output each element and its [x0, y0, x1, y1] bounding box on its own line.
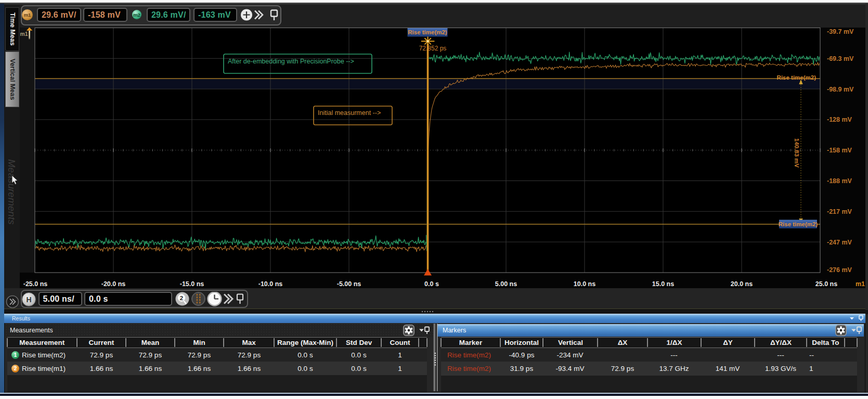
svg-text:-10.0 ns: -10.0 ns — [258, 280, 283, 288]
svg-text:-98.9 mV: -98.9 mV — [827, 86, 854, 93]
svg-text:Rise time(m2): Rise time(m2) — [408, 29, 447, 35]
svg-text:15.0 ns: 15.0 ns — [652, 280, 674, 288]
svg-text:-217 mV: -217 mV — [827, 208, 852, 215]
svg-text:m1: m1 — [20, 31, 28, 37]
svg-text:72.852 ps: 72.852 ps — [419, 45, 447, 52]
svg-text:Rise time(m2): Rise time(m2) — [779, 221, 818, 227]
svg-text:-247 mV: -247 mV — [827, 239, 852, 246]
svg-text:5.00 ns: 5.00 ns — [495, 280, 517, 288]
svg-text:Rise time(m2): Rise time(m2) — [777, 74, 817, 81]
svg-text:-5.00 ns: -5.00 ns — [337, 280, 361, 288]
svg-text:-276 mV: -276 mV — [827, 266, 852, 274]
svg-text:-128 mV: -128 mV — [827, 116, 852, 123]
svg-text:-69.3 mV: -69.3 mV — [827, 55, 854, 62]
svg-text:-25.0 ns: -25.0 ns — [23, 280, 48, 288]
svg-text:m1: m1 — [856, 280, 865, 288]
svg-text:10.0 ns: 10.0 ns — [574, 280, 595, 288]
svg-text:25.0 ns: 25.0 ns — [815, 280, 837, 288]
svg-text:0.0 s: 0.0 s — [424, 280, 439, 288]
svg-text:2: 2 — [180, 295, 183, 301]
svg-text:-158 mV: -158 mV — [827, 147, 852, 154]
svg-text:Initial measurment -->: Initial measurment --> — [318, 109, 381, 117]
svg-text:-20.0 ns: -20.0 ns — [101, 280, 126, 288]
svg-text:140.83 mV: 140.83 mV — [794, 138, 800, 168]
svg-text:-188 mV: -188 mV — [827, 177, 852, 185]
svg-text:-39.7 mV: -39.7 mV — [827, 28, 854, 35]
svg-text:-15.0 ns: -15.0 ns — [180, 280, 204, 288]
svg-text:20.0 ns: 20.0 ns — [731, 280, 753, 288]
svg-text:After de-embedding with Precis: After de-embedding with PrecisionProbe -… — [228, 58, 354, 65]
